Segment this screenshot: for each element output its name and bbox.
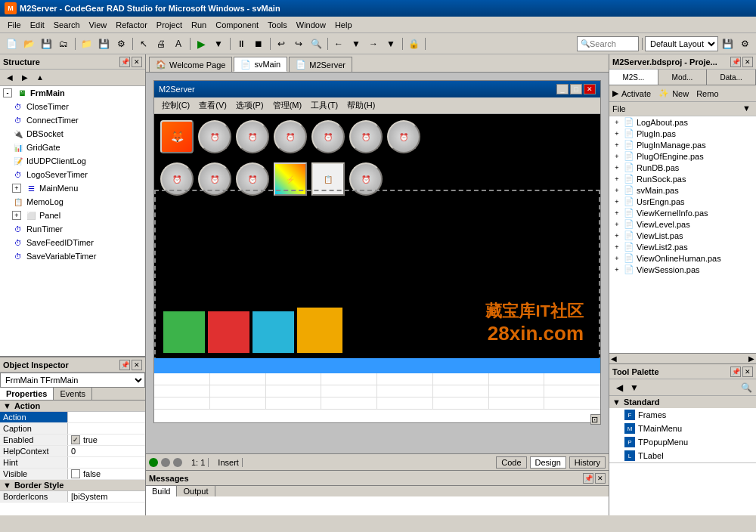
structure-pin-button[interactable]: 📌 (119, 57, 130, 67)
prop-row-action[interactable]: Action (0, 412, 145, 423)
pm-activate-label[interactable]: Activate (621, 89, 651, 98)
tree-item-runtimer[interactable]: ⏱ RunTimer (0, 222, 145, 236)
search-box[interactable]: 🔍 (577, 36, 639, 51)
code-tab-code[interactable]: Code (496, 456, 526, 469)
tree-item-dbsocket[interactable]: 🔌 DBSocket (0, 127, 145, 141)
tree-item-connecttimer[interactable]: ⏱ ConnectTimer (0, 113, 145, 127)
forward-button[interactable]: → (365, 36, 382, 52)
design-icon-timer2[interactable]: ⏰ (236, 120, 269, 153)
pm-new-label[interactable]: New (672, 89, 689, 98)
save-proj-button[interactable]: 💾 (95, 36, 112, 52)
pm-remo-label[interactable]: Remo (696, 89, 718, 98)
open-proj-button[interactable]: 📁 (78, 36, 94, 52)
tree-item-logosevertimer[interactable]: ⏱ LogoSeverTimer (0, 168, 145, 181)
run-status-run-button[interactable] (149, 458, 158, 467)
file-scroll-right[interactable]: ▶ (748, 354, 754, 363)
menu-edit[interactable]: Edit (26, 19, 49, 31)
obj-inspector-close-button[interactable]: ✕ (132, 360, 142, 370)
menu-window[interactable]: Window (292, 19, 330, 31)
prop-row-enabled[interactable]: Enabled ✓ true (0, 435, 145, 446)
right-tab-m2s[interactable]: M2S... (609, 70, 658, 85)
design-close-button[interactable]: ✕ (584, 84, 596, 94)
search-input[interactable] (590, 39, 635, 48)
file-item-svmain[interactable]: + 📄 svMain.pas (609, 184, 756, 196)
proj-options-button[interactable]: ⚙ (113, 36, 129, 52)
design-maximize-button[interactable]: □ (570, 84, 582, 94)
pause-button[interactable]: ⏸ (233, 36, 249, 52)
obj-tab-events[interactable]: Events (54, 388, 92, 400)
prop-group-borderstyle[interactable]: ▼ Border Style (0, 480, 145, 491)
tree-expand-mainmenu[interactable]: + (12, 184, 21, 193)
menu-tools[interactable]: Tools (263, 19, 292, 31)
prop-row-helpcontext[interactable]: HelpContext 0 (0, 446, 145, 457)
save-button[interactable]: 💾 (38, 36, 54, 52)
cursor-button[interactable]: ↖ (135, 36, 152, 52)
prop-row-visible[interactable]: Visible false (0, 469, 145, 480)
layout-save-button[interactable]: 💾 (719, 36, 736, 52)
tree-item-idudpclientlog[interactable]: 📝 IdUDPClientLog (0, 154, 145, 168)
file-item-viewkernelinfo[interactable]: + 📄 ViewKernelInfo.pas (609, 207, 756, 218)
tool-group-standard-header[interactable]: ▼ Standard (609, 396, 756, 408)
code-tab-design[interactable]: Design (530, 456, 566, 469)
tab-svmain[interactable]: 📄 svMain (234, 57, 287, 72)
tab-m2server[interactable]: 📄 M2Server (289, 57, 352, 72)
menu-file[interactable]: File (3, 19, 26, 31)
messages-tab-build[interactable]: Build (146, 486, 177, 496)
tp-close-button[interactable]: ✕ (742, 367, 753, 377)
file-item-rundb[interactable]: + 📄 RunDB.pas (609, 162, 756, 173)
layout-option-button[interactable]: ⚙ (736, 36, 753, 52)
run-button[interactable]: ▶ (193, 36, 209, 52)
tree-forward-button[interactable]: ▶ (18, 71, 32, 85)
tree-item-savefeedidtimer[interactable]: ⏱ SaveFeedIDTimer (0, 236, 145, 249)
design-icon-timer3[interactable]: ⏰ (274, 120, 307, 153)
open-button[interactable]: 📂 (20, 36, 37, 52)
print-button[interactable]: 🖨 (153, 36, 169, 52)
structure-close-button[interactable]: ✕ (132, 57, 142, 67)
file-item-usrengn[interactable]: + 📄 UsrEngn.pas (609, 196, 756, 207)
design-icon-logo[interactable]: 🦊 (160, 120, 194, 153)
file-item-viewlist2[interactable]: + 📄 ViewList2.pas (609, 241, 756, 252)
menu-refactor[interactable]: Refactor (111, 19, 152, 31)
file-item-viewsession[interactable]: + 📄 ViewSession.pas (609, 264, 756, 275)
tree-back-button[interactable]: ◀ (3, 71, 17, 85)
menu-component[interactable]: Component (211, 19, 263, 31)
tree-root-form[interactable]: - 🖥 FrmMain (0, 86, 145, 100)
tree-expand-panel[interactable]: + (12, 211, 21, 220)
design-menu-view[interactable]: 查看(V) (194, 98, 231, 113)
prop-row-bordericons[interactable]: BorderIcons [biSystem (0, 491, 145, 503)
format-button[interactable]: A (170, 36, 187, 52)
tree-item-gridgate[interactable]: 📊 GridGate (0, 141, 145, 154)
tool-item-tlabel[interactable]: L TLabel (609, 449, 756, 462)
tp-back-button[interactable]: ◀ (612, 381, 626, 394)
tp-down-button[interactable]: ▼ (627, 381, 641, 394)
new-button[interactable]: 📄 (3, 36, 20, 52)
trace-button[interactable]: 🔍 (308, 36, 324, 52)
tp-pin-button[interactable]: 📌 (730, 367, 741, 377)
messages-close-button[interactable]: ✕ (595, 473, 606, 484)
design-icon-timer4[interactable]: ⏰ (311, 120, 345, 153)
tp-filter-button[interactable]: 🔍 (739, 381, 753, 394)
tree-up-button[interactable]: ▲ (33, 71, 47, 85)
resize-handle[interactable]: ⊡ (590, 414, 601, 425)
layout-select[interactable]: Default Layout (645, 36, 718, 51)
design-icon-timer1[interactable]: ⏰ (198, 120, 231, 153)
design-minimize-button[interactable]: _ (556, 84, 569, 94)
save-all-button[interactable]: 🗂 (55, 36, 72, 52)
design-menu-tools[interactable]: 工具(T) (306, 98, 342, 113)
tree-item-closetimer[interactable]: ⏱ CloseTimer (0, 100, 145, 113)
design-menu-ctrl[interactable]: 控制(C) (157, 98, 194, 113)
tool-item-frames[interactable]: F Frames (609, 408, 756, 422)
design-icon-timer5[interactable]: ⏰ (349, 120, 383, 153)
design-menu-help[interactable]: 帮助(H) (342, 98, 380, 113)
toggle-button[interactable]: 🔒 (405, 36, 422, 52)
run-drop-button[interactable]: ▼ (210, 36, 227, 52)
prop-row-caption[interactable]: Caption (0, 423, 145, 435)
forward-drop-button[interactable]: ▼ (383, 36, 399, 52)
back-drop-button[interactable]: ▼ (348, 36, 364, 52)
stop-button[interactable]: ⏹ (250, 36, 267, 52)
file-item-viewonlinehuman[interactable]: + 📄 ViewOnlineHuman.pas (609, 252, 756, 264)
menu-search[interactable]: Search (49, 19, 85, 31)
tree-item-mainmenu[interactable]: + ☰ MainMenu (0, 181, 145, 195)
prop-row-hint[interactable]: Hint (0, 457, 145, 469)
messages-tab-output[interactable]: Output (177, 486, 215, 496)
